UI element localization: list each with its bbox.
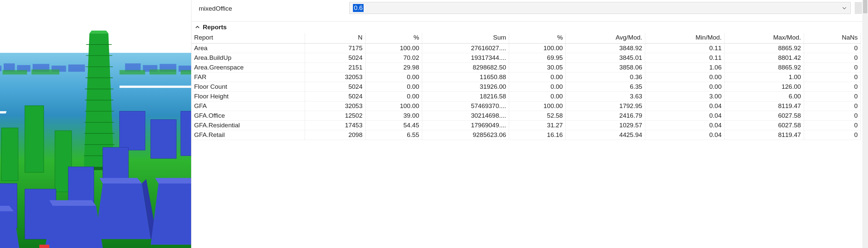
cell-max: 6027.58: [724, 111, 804, 121]
reports-table-wrap: Report N % Sum % Avg/Mod. Min/Mod. Max/M…: [191, 33, 868, 248]
col-n[interactable]: N: [305, 33, 366, 43]
cell-n: 32053: [305, 72, 366, 82]
cell-report: Area: [191, 43, 305, 53]
panel-scrollbar-thumb[interactable]: [863, 0, 867, 13]
cell-pct_sum: 0.00: [509, 82, 566, 92]
col-pct-n[interactable]: %: [365, 33, 422, 43]
reports-section-header[interactable]: Reports: [191, 21, 868, 33]
table-row[interactable]: Floor Height50240.0018216.580.003.633.00…: [191, 92, 861, 101]
col-avg[interactable]: Avg/Mod.: [566, 33, 645, 43]
cell-min: 0.00: [645, 82, 724, 92]
cell-sum: 19317344....: [422, 53, 509, 63]
svg-rect-4: [0, 66, 1, 71]
cell-max: 6.00: [724, 92, 804, 101]
cell-avg: 3.63: [566, 92, 645, 101]
col-pct-sum[interactable]: %: [509, 33, 566, 43]
cell-n: 12502: [305, 111, 366, 121]
cell-sum: 31926.00: [422, 82, 509, 92]
cell-report: GFA.Residential: [191, 121, 305, 130]
attribute-value-dropdown[interactable]: 0.6: [349, 2, 851, 14]
cell-nans: 0: [804, 121, 860, 130]
svg-marker-59: [155, 178, 191, 183]
cell-avg: 0.36: [566, 72, 645, 82]
cell-report: Area.Greenspace: [191, 63, 305, 72]
cell-pct_n: 100.00: [365, 43, 422, 53]
svg-rect-21: [32, 69, 60, 74]
svg-rect-9: [68, 65, 85, 72]
col-nans[interactable]: NaNs: [804, 33, 860, 43]
cell-n: 7175: [305, 43, 366, 53]
table-row[interactable]: GFA32053100.0057469370....100.001792.950…: [191, 101, 861, 111]
cell-n: 2151: [305, 63, 366, 72]
cell-pct_n: 39.00: [365, 111, 422, 121]
table-row[interactable]: Area.BuildUp502470.0219317344....69.9538…: [191, 53, 861, 63]
svg-rect-49: [181, 111, 191, 156]
col-sum[interactable]: Sum: [422, 33, 509, 43]
svg-rect-26: [120, 86, 191, 88]
cell-nans: 0: [804, 63, 860, 72]
table-row[interactable]: GFA.Residential1745354.4517969049....31.…: [191, 121, 861, 130]
cell-nans: 0: [804, 111, 860, 121]
col-report[interactable]: Report: [191, 33, 305, 43]
cell-n: 5024: [305, 53, 366, 63]
table-row[interactable]: FAR320530.0011650.880.000.360.001.000: [191, 72, 861, 82]
cell-avg: 1792.95: [566, 101, 645, 111]
reports-section-title: Reports: [203, 24, 227, 31]
svg-rect-27: [0, 111, 7, 114]
cell-pct_sum: 16.16: [509, 130, 566, 140]
cell-sum: 18216.58: [422, 92, 509, 101]
cell-report: FAR: [191, 72, 305, 82]
cell-n: 17453: [305, 121, 366, 130]
cell-avg: 4425.94: [566, 130, 645, 140]
cell-nans: 0: [804, 72, 860, 82]
cell-pct_n: 70.02: [365, 53, 422, 63]
table-row[interactable]: GFA.Office1250239.0030214698....52.58241…: [191, 111, 861, 121]
svg-rect-47: [120, 111, 145, 150]
cell-nans: 0: [804, 92, 860, 101]
cell-sum: 30214698....: [422, 111, 509, 121]
viewport-3d[interactable]: [0, 0, 191, 248]
cell-sum: 11650.88: [422, 72, 509, 82]
cell-max: 8865.92: [724, 43, 804, 53]
svg-marker-56: [99, 178, 142, 183]
cell-min: 0.04: [645, 130, 724, 140]
svg-rect-43: [1, 128, 18, 181]
cell-min: 1.06: [645, 63, 724, 72]
cell-pct_sum: 31.27: [509, 121, 566, 130]
cell-min: 0.11: [645, 43, 724, 53]
svg-marker-64: [49, 200, 96, 206]
cell-pct_n: 6.55: [365, 130, 422, 140]
cell-pct_sum: 0.00: [509, 72, 566, 82]
cell-avg: 3858.06: [566, 63, 645, 72]
cell-pct_n: 29.98: [365, 63, 422, 72]
svg-marker-55: [95, 183, 151, 239]
table-row[interactable]: Floor Count50240.0031926.000.006.350.001…: [191, 82, 861, 92]
svg-rect-42: [25, 106, 44, 173]
col-max[interactable]: Max/Mod.: [724, 33, 804, 43]
cell-max: 1.00: [724, 72, 804, 82]
cell-report: Area.BuildUp: [191, 53, 305, 63]
col-min[interactable]: Min/Mod.: [645, 33, 724, 43]
cell-pct_n: 0.00: [365, 72, 422, 82]
cell-avg: 1029.57: [566, 121, 645, 130]
cell-nans: 0: [804, 53, 860, 63]
cell-max: 8865.92: [724, 63, 804, 72]
cell-max: 6027.58: [724, 121, 804, 130]
attribute-gutter-button[interactable]: [855, 2, 862, 14]
table-row[interactable]: Area.Greenspace215129.988298682.5030.053…: [191, 63, 861, 72]
table-row[interactable]: Area7175100.0027616027....100.003848.920…: [191, 43, 861, 53]
cell-max: 126.00: [724, 82, 804, 92]
cell-min: 0.00: [645, 72, 724, 82]
cell-min: 3.00: [645, 92, 724, 101]
table-row[interactable]: GFA.Retail20986.559285623.0616.164425.94…: [191, 130, 861, 140]
svg-rect-20: [3, 70, 27, 74]
cell-pct_n: 54.45: [365, 121, 422, 130]
reports-table: Report N % Sum % Avg/Mod. Min/Mod. Max/M…: [191, 33, 861, 140]
panel-scrollbar[interactable]: [862, 0, 868, 248]
caret-up-icon: [195, 25, 200, 30]
cell-report: GFA.Office: [191, 111, 305, 121]
cell-report: GFA: [191, 101, 305, 111]
cell-sum: 27616027....: [422, 43, 509, 53]
city-scene: [0, 0, 191, 248]
cell-pct_sum: 69.95: [509, 53, 566, 63]
